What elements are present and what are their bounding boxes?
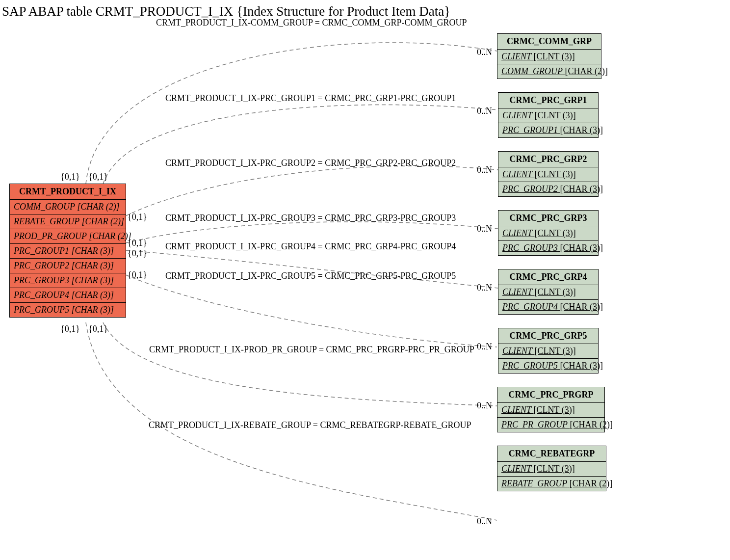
field-row: PRC_GROUP2 [CHAR (3)] (10, 259, 126, 273)
field-row: PRC_GROUP2 [CHAR (3)] (498, 182, 598, 196)
main-entity-name: CRMT_PRODUCT_I_IX (10, 184, 126, 200)
card-left: {0,1} (128, 270, 147, 280)
field-row: COMM_GROUP [CHAR (2)] (497, 64, 601, 79)
entity-name: CRMC_PRC_GRP3 (498, 211, 598, 226)
card-left: {0,1} (88, 324, 108, 334)
field-row: PRC_GROUP3 [CHAR (3)] (498, 241, 598, 255)
field-row: CLIENT [CLNT (3)] (498, 108, 598, 123)
main-entity: CRMT_PRODUCT_I_IX COMM_GROUP [CHAR (2)] … (9, 184, 126, 318)
card-right: 0..N (477, 106, 492, 116)
card-right: 0..N (477, 400, 492, 411)
card-left: {0,1} (128, 248, 147, 259)
field-row: CLIENT [CLNT (3)] (498, 167, 598, 182)
entity-name: CRMC_PRC_GRP1 (498, 93, 598, 108)
relation-label: CRMT_PRODUCT_I_IX-PRC_GROUP2 = CRMC_PRC_… (165, 158, 456, 168)
entity-name: CRMC_PRC_GRP4 (498, 269, 598, 285)
field-row: CLIENT [CLNT (3)] (498, 344, 598, 359)
field-row: PRC_PR_GROUP [CHAR (2)] (497, 418, 604, 432)
entity-name: CRMC_COMM_GRP (497, 34, 601, 50)
field-row: PROD_PR_GROUP [CHAR (2)] (10, 229, 126, 244)
field-row: PRC_GROUP3 [CHAR (3)] (10, 273, 126, 288)
entity-name: CRMC_REBATEGRP (497, 446, 606, 462)
relation-label: CRMT_PRODUCT_I_IX-PRC_GROUP4 = CRMC_PRC_… (165, 241, 456, 252)
relation-label: CRMT_PRODUCT_I_IX-PRC_GROUP5 = CRMC_PRC_… (165, 271, 456, 281)
field-row: CLIENT [CLNT (3)] (497, 462, 606, 477)
field-row: PRC_GROUP4 [CHAR (3)] (10, 288, 126, 303)
relation-label: CRMT_PRODUCT_I_IX-COMM_GROUP = CRMC_COMM… (156, 18, 467, 28)
card-right: 0..N (477, 283, 492, 293)
entity-name: CRMC_PRC_GRP5 (498, 328, 598, 344)
card-right: 0..N (477, 516, 492, 527)
field-row: CLIENT [CLNT (3)] (498, 285, 598, 300)
field-row: PRC_GROUP1 [CHAR (3)] (498, 123, 598, 137)
field-row: REBATE_GROUP [CHAR (2)] (497, 477, 606, 491)
field-row: PRC_GROUP5 [CHAR (3)] (498, 359, 598, 373)
relation-label: CRMT_PRODUCT_I_IX-PRC_GROUP1 = CRMC_PRC_… (165, 93, 456, 104)
card-left: {0,1} (128, 212, 147, 222)
ref-entity-rebategrp: CRMC_REBATEGRP CLIENT [CLNT (3)] REBATE_… (497, 446, 606, 491)
entity-name: CRMC_PRC_GRP2 (498, 152, 598, 167)
page-title: SAP ABAP table CRMT_PRODUCT_I_IX {Index … (2, 4, 450, 19)
field-row: PRC_GROUP4 [CHAR (3)] (498, 300, 598, 314)
card-right: 0..N (477, 47, 492, 57)
card-right: 0..N (477, 165, 492, 175)
relation-label: CRMT_PRODUCT_I_IX-PROD_PR_GROUP = CRMC_P… (149, 345, 474, 355)
card-left: {0,1} (88, 172, 108, 182)
ref-entity-prc-grp5: CRMC_PRC_GRP5 CLIENT [CLNT (3)] PRC_GROU… (498, 328, 599, 373)
card-left: {0,1} (60, 172, 80, 182)
relation-label: CRMT_PRODUCT_I_IX-PRC_GROUP3 = CRMC_PRC_… (165, 213, 456, 223)
ref-entity-prc-grp1: CRMC_PRC_GRP1 CLIENT [CLNT (3)] PRC_GROU… (498, 92, 599, 138)
card-left: {0,1} (60, 324, 80, 334)
field-row: CLIENT [CLNT (3)] (497, 403, 604, 418)
ref-entity-comm-grp: CRMC_COMM_GRP CLIENT [CLNT (3)] COMM_GRO… (497, 33, 601, 79)
field-row: REBATE_GROUP [CHAR (2)] (10, 214, 126, 229)
ref-entity-prc-grp4: CRMC_PRC_GRP4 CLIENT [CLNT (3)] PRC_GROU… (498, 269, 599, 315)
ref-entity-prc-grp2: CRMC_PRC_GRP2 CLIENT [CLNT (3)] PRC_GROU… (498, 151, 599, 197)
card-right: 0..N (477, 224, 492, 234)
field-row: CLIENT [CLNT (3)] (498, 226, 598, 241)
relation-label: CRMT_PRODUCT_I_IX-REBATE_GROUP = CRMC_RE… (149, 420, 471, 430)
ref-entity-prc-prgrp: CRMC_PRC_PRGRP CLIENT [CLNT (3)] PRC_PR_… (497, 387, 605, 432)
field-row: COMM_GROUP [CHAR (2)] (10, 200, 126, 214)
ref-entity-prc-grp3: CRMC_PRC_GRP3 CLIENT [CLNT (3)] PRC_GROU… (498, 210, 599, 256)
card-left: {0,1} (128, 238, 147, 248)
field-row: PRC_GROUP1 [CHAR (3)] (10, 244, 126, 259)
field-row: CLIENT [CLNT (3)] (497, 50, 601, 64)
entity-name: CRMC_PRC_PRGRP (497, 387, 604, 403)
field-row: PRC_GROUP5 [CHAR (3)] (10, 303, 126, 317)
card-right: 0..N (477, 342, 492, 352)
